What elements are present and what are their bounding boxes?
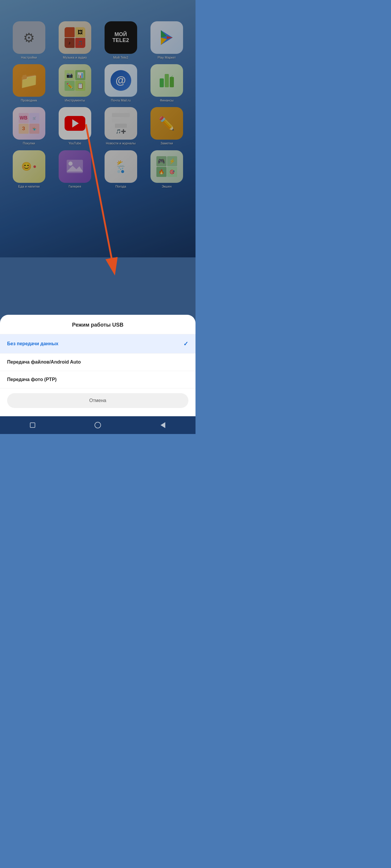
usb-option-no-transfer-label: Без передачи данных — [7, 341, 58, 346]
nav-recents-button[interactable] — [28, 421, 37, 430]
nav-back-button[interactable] — [159, 421, 167, 430]
recents-square-icon — [30, 423, 35, 428]
usb-option-photo-transfer[interactable]: Передача фото (PTP) — [0, 371, 196, 389]
back-triangle-icon — [161, 422, 165, 428]
home-circle-icon — [94, 422, 101, 428]
cancel-button-wrap: Отмена — [0, 389, 196, 416]
checkmark-icon: ✓ — [184, 340, 188, 347]
usb-option-file-transfer-label: Передача файлов/Android Auto — [7, 360, 81, 365]
usb-option-photo-transfer-label: Передача фото (PTP) — [7, 377, 57, 382]
usb-option-no-transfer[interactable]: Без передачи данных ✓ — [0, 334, 196, 353]
usb-dialog-title: Режим работы USB — [0, 315, 196, 334]
cancel-button[interactable]: Отмена — [7, 393, 188, 408]
nav-bar — [0, 416, 196, 434]
nav-home-button[interactable] — [93, 421, 102, 430]
usb-option-file-transfer[interactable]: Передача файлов/Android Auto — [0, 353, 196, 371]
bottom-sheet: Режим работы USB Без передачи данных ✓ П… — [0, 315, 196, 416]
